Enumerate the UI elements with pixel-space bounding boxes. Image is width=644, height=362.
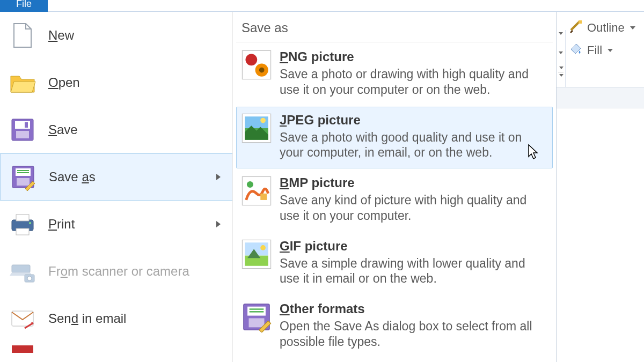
svg-point-12	[29, 222, 31, 224]
menu-item-open[interactable]: Open	[0, 59, 232, 106]
menu-item-save-as[interactable]: Save as	[0, 153, 232, 201]
svg-rect-17	[12, 345, 33, 353]
svg-point-25	[260, 117, 266, 123]
print-icon	[9, 210, 36, 238]
chevron-down-icon	[630, 26, 635, 29]
menu-item-label: Save as	[49, 169, 96, 184]
partial-icon	[9, 344, 36, 353]
submenu-arrow-icon	[216, 221, 221, 227]
menu-item-label: Send in email	[48, 311, 126, 326]
ribbon-tab-bar: File	[0, 0, 644, 12]
svg-point-21	[259, 68, 265, 73]
option-bmp-picture[interactable]: BMP picture Save any kind of picture wit…	[236, 169, 553, 232]
other-formats-icon	[241, 301, 272, 333]
option-description: Save any kind of picture with high quali…	[280, 193, 537, 224]
menu-item-label: New	[48, 28, 74, 43]
outline-label: Outline	[587, 21, 625, 35]
option-gif-picture[interactable]: GIF picture Save a simple drawing with l…	[236, 233, 553, 295]
option-description: Save a simple drawing with lower quality…	[280, 256, 537, 287]
svg-rect-3	[25, 122, 28, 128]
menu-item-new[interactable]: New	[0, 12, 232, 59]
submenu-arrow-icon	[216, 174, 221, 180]
menu-item-save[interactable]: Save	[0, 106, 232, 153]
ribbon-dropdown-small-1[interactable]	[559, 30, 564, 35]
svg-rect-18	[242, 50, 270, 79]
file-menu-dropdown: New Open Save	[0, 12, 557, 362]
option-title: PNG picture	[280, 49, 547, 64]
file-tab-label: File	[16, 0, 32, 8]
svg-rect-28	[260, 194, 267, 200]
svg-point-27	[247, 181, 253, 188]
svg-point-15	[27, 276, 32, 280]
png-picture-icon	[241, 49, 272, 80]
option-description: Save a photo with good quality and use i…	[280, 130, 537, 161]
menu-item-print[interactable]: Print	[0, 201, 232, 248]
option-title: JPEG picture	[280, 113, 547, 128]
jpeg-picture-icon	[241, 113, 272, 144]
open-icon	[9, 69, 36, 97]
svg-rect-38	[579, 20, 582, 24]
fill-icon	[569, 42, 583, 59]
menu-item-label: Open	[48, 75, 80, 90]
option-title: GIF picture	[280, 239, 547, 254]
menu-item-label: Print	[48, 217, 75, 232]
ribbon-group-band	[557, 87, 644, 108]
option-title: BMP picture	[280, 175, 547, 190]
ribbon-gallery-arrows[interactable]	[558, 67, 565, 82]
fill-button[interactable]: Fill	[569, 42, 635, 59]
save-as-icon	[9, 163, 37, 191]
file-tab[interactable]: File	[0, 0, 48, 12]
option-other-formats[interactable]: Other formats Open the Save As dialog bo…	[236, 295, 553, 358]
new-icon	[9, 21, 36, 49]
svg-point-19	[245, 54, 257, 65]
menu-item-from-scanner: From scanner or camera	[0, 248, 232, 295]
file-menu-left-column: New Open Save	[0, 12, 233, 362]
email-icon	[9, 305, 36, 333]
bmp-picture-icon	[241, 175, 272, 206]
option-title: Other formats	[280, 301, 547, 316]
option-png-picture[interactable]: PNG picture Save a photo or drawing with…	[236, 43, 553, 106]
ribbon-dropdown-small-2[interactable]	[559, 49, 564, 55]
menu-item-partial[interactable]	[0, 342, 232, 353]
menu-item-send-email[interactable]: Send in email	[0, 295, 232, 342]
menu-item-label: From scanner or camera	[48, 264, 189, 279]
svg-point-32	[260, 245, 266, 250]
svg-rect-16	[12, 311, 33, 326]
svg-rect-13	[12, 265, 30, 272]
save-icon	[9, 116, 36, 144]
svg-rect-11	[16, 228, 29, 235]
outline-icon	[569, 19, 583, 36]
save-as-submenu: Save as PNG picture Save a photo or draw…	[233, 12, 556, 362]
svg-rect-10	[16, 215, 29, 221]
option-jpeg-picture[interactable]: JPEG picture Save a photo with good qual…	[236, 107, 553, 169]
gif-picture-icon	[241, 239, 272, 270]
svg-rect-37	[249, 318, 265, 327]
svg-rect-8	[17, 178, 30, 186]
scanner-icon	[9, 257, 36, 285]
outline-button[interactable]: Outline	[569, 19, 635, 36]
svg-rect-2	[16, 131, 29, 138]
chevron-down-icon	[608, 49, 613, 52]
menu-item-label: Save	[48, 122, 78, 137]
fill-label: Fill	[587, 43, 602, 57]
option-description: Save a photo or drawing with high qualit…	[280, 67, 537, 98]
ribbon-peek-controls: Outline Fill	[569, 19, 635, 59]
option-description: Open the Save As dialog box to select fr…	[280, 319, 537, 350]
submenu-title: Save as	[236, 16, 553, 42]
